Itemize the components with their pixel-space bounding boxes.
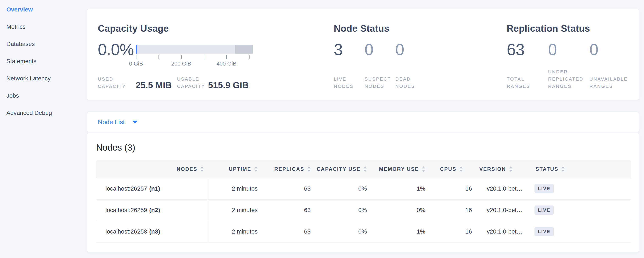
column-header[interactable]: CPUS — [430, 160, 476, 178]
replication-status-title: Replication Status — [507, 23, 590, 34]
version-cell: v20.1.0-bet… — [476, 199, 531, 221]
status-cell: LIVE — [531, 221, 631, 242]
sidebar-item[interactable]: Network Latency — [6, 75, 51, 82]
table-body: localhost:26257 (n1) 2 minutes 63 0% 1% … — [96, 178, 631, 242]
uptime-cell: 2 minutes — [208, 221, 262, 242]
summary-label: USED CAPACITY — [98, 75, 130, 90]
stat-value: 0 — [548, 41, 590, 58]
node-id: (n3) — [149, 228, 160, 235]
stat-item: 0 UNDER-REPLICATED RANGES — [548, 41, 590, 90]
axis-tick — [136, 55, 136, 59]
stat-value: 0 — [590, 41, 631, 58]
summary-value: 25.5 MiB — [136, 81, 172, 90]
axis-tick-label: 0 GiB — [129, 60, 143, 67]
uptime-cell: 2 minutes — [208, 199, 262, 221]
stat-value: 63 — [507, 41, 548, 58]
capacity-summary-item: USABLE CAPACITY 515.9 GiB — [177, 75, 248, 90]
column-header-label: CAPACITY USE — [317, 166, 360, 172]
axis-tick-label: 400 GiB — [216, 60, 236, 67]
stat-label: UNAVAILABLE RANGES — [590, 75, 631, 90]
stat-label: LIVE NODES — [334, 75, 364, 90]
sidebar-item[interactable]: Metrics — [6, 23, 26, 30]
column-header[interactable]: STATUS — [531, 160, 631, 178]
capacity-use-cell: 0% — [315, 199, 371, 221]
node-address-cell[interactable]: localhost:26258 (n3) — [96, 221, 208, 242]
gauge-reserved-segment — [235, 45, 253, 54]
sort-icon — [364, 166, 367, 172]
version-cell: v20.1.0-bet… — [476, 221, 531, 242]
column-header[interactable]: REPLICAS — [262, 160, 315, 178]
stat-label: SUSPECT NODES — [364, 75, 395, 90]
column-header-label: UPTIME — [229, 166, 251, 172]
uptime-cell: 2 minutes — [208, 178, 262, 199]
capacity-usage-panel: Capacity Usage 0.0% 0 GiB200 GiB400 GiB … — [98, 9, 331, 100]
node-list-dropdown[interactable]: Node List — [98, 112, 138, 132]
sort-icon — [509, 166, 512, 172]
replication-status-stats: 63 TOTAL RANGES 0 UNDER-REPLICATED RANGE… — [507, 41, 631, 90]
stat-item: 0 DEAD NODES — [395, 41, 426, 90]
sort-icon — [254, 166, 258, 172]
memory-use-cell: 0% — [371, 199, 430, 221]
column-header-label: NODES — [176, 166, 197, 172]
node-address-cell[interactable]: localhost:26257 (n1) — [96, 178, 208, 199]
stat-value: 3 — [334, 41, 364, 58]
column-header[interactable]: VERSION — [476, 160, 531, 178]
view-selector-card: Node List — [87, 112, 639, 132]
replication-status-panel: Replication Status 63 TOTAL RANGES 0 UND… — [507, 9, 636, 100]
column-header[interactable]: NODES — [96, 160, 208, 178]
column-header-label: VERSION — [479, 166, 506, 172]
summary-value: 515.9 GiB — [208, 81, 248, 90]
capacity-usage-title: Capacity Usage — [98, 23, 169, 34]
node-id: (n1) — [149, 185, 160, 192]
table-row[interactable]: localhost:26259 (n2) 2 minutes 63 0% 0% … — [96, 199, 631, 221]
sidebar-item[interactable]: Overview — [6, 6, 33, 13]
sort-icon — [561, 166, 565, 172]
sidebar-item[interactable]: Advanced Debug — [6, 109, 52, 116]
axis-tick — [158, 55, 159, 59]
memory-use-cell: 1% — [371, 221, 430, 242]
table-row[interactable]: localhost:26258 (n3) 2 minutes 63 0% 1% … — [96, 221, 631, 242]
replicas-cell: 63 — [262, 199, 315, 221]
stat-item: 3 LIVE NODES — [334, 41, 364, 90]
column-header-label: MEMORY USE — [379, 166, 419, 172]
memory-use-cell: 1% — [371, 178, 430, 199]
capacity-gauge-track — [136, 45, 253, 54]
stat-item: 0 SUSPECT NODES — [364, 41, 395, 90]
stat-item: 63 TOTAL RANGES — [507, 41, 548, 90]
capacity-use-cell: 0% — [315, 178, 371, 199]
gauge-used-segment — [136, 45, 137, 54]
stat-label: UNDER-REPLICATED RANGES — [548, 68, 590, 90]
cpus-cell: 16 — [430, 221, 476, 242]
column-header[interactable]: MEMORY USE — [371, 160, 430, 178]
column-header-label: CPUS — [440, 166, 456, 172]
stat-item: 0 UNAVAILABLE RANGES — [590, 41, 631, 90]
table-row[interactable]: localhost:26257 (n1) 2 minutes 63 0% 1% … — [96, 178, 631, 199]
capacity-percent: 0.0% — [98, 41, 134, 58]
sort-icon — [200, 166, 204, 172]
status-badge: LIVE — [534, 205, 554, 215]
node-address-cell[interactable]: localhost:26259 (n2) — [96, 199, 208, 221]
stat-value: 0 — [364, 41, 395, 58]
sidebar-item[interactable]: Jobs — [6, 92, 19, 99]
column-header[interactable]: UPTIME — [208, 160, 262, 178]
axis-tick — [204, 55, 204, 59]
status-badge: LIVE — [534, 227, 554, 236]
sidebar-item[interactable]: Databases — [6, 40, 35, 48]
cpus-cell: 16 — [430, 178, 476, 199]
version-cell: v20.1.0-bet… — [476, 178, 531, 199]
column-header-label: REPLICAS — [274, 166, 304, 172]
axis-tick-label: 200 GiB — [171, 60, 191, 67]
status-cell: LIVE — [531, 199, 631, 221]
node-address: localhost:26257 — [106, 185, 147, 192]
nodes-table-card: Nodes (3) NODES UPTIME REPLICAS — [87, 133, 639, 252]
replicas-cell: 63 — [262, 221, 315, 242]
capacity-summary-item: USED CAPACITY 25.5 MiB — [98, 75, 172, 90]
chevron-down-icon — [132, 120, 138, 124]
sidebar-item[interactable]: Statements — [6, 58, 36, 65]
gauge-axis-labels: 0 GiB200 GiB400 GiB — [136, 60, 249, 67]
column-header[interactable]: CAPACITY USE — [315, 160, 371, 178]
axis-tick — [181, 55, 182, 59]
stat-value: 0 — [395, 41, 426, 58]
replicas-cell: 63 — [262, 178, 315, 199]
node-status-stats: 3 LIVE NODES 0 SUSPECT NODES 0 DEAD NODE… — [334, 41, 426, 90]
